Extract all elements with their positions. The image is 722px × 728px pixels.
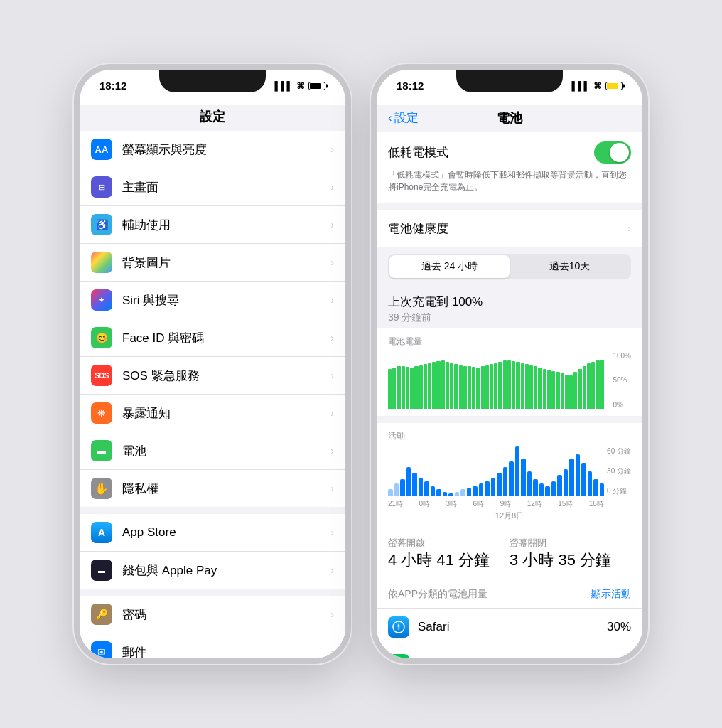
activity-bar-29 — [564, 469, 569, 496]
health-label: 電池健康度 — [388, 220, 448, 237]
battery-screen: 18:12 ▌▌▌ ⌘ ‹ 設定 — [377, 70, 642, 658]
password-chevron: › — [330, 609, 334, 620]
t-18: 18時 — [589, 499, 604, 509]
battery-fill-1 — [310, 83, 321, 89]
activity-bar-23 — [527, 471, 532, 496]
battery-bar-12 — [441, 360, 445, 408]
battery-bar-42 — [573, 372, 577, 409]
settings-row-privacy[interactable]: ✋ 隱私權 › — [80, 470, 345, 507]
battery-bar-4 — [406, 367, 409, 408]
mute-button-2[interactable] — [371, 162, 372, 188]
t-21: 21時 — [388, 499, 403, 509]
settings-row-wallet[interactable]: ▬ 錢包與 Apple Pay › — [80, 552, 345, 589]
seg-10d[interactable]: 過去10天 — [510, 255, 630, 278]
status-bar-1: 18:12 ▌▌▌ ⌘ — [80, 70, 345, 97]
settings-row-exposure[interactable]: ❋ 暴露通知 › — [80, 395, 345, 432]
battery-bar-14 — [450, 363, 453, 409]
date-label: 12月8日 — [388, 509, 631, 523]
battery-content: ‹ 設定 電池 低耗電模式 「低耗電模式」會暫時降低下載和郵件擷取等背景活動，直… — [377, 105, 642, 658]
screen-stats: 螢幕開啟 4 小時 41 分鐘 螢幕關閉 3 小時 35 分鐘 — [377, 530, 642, 581]
activity-bar-18 — [497, 473, 502, 496]
seg-24h[interactable]: 過去 24 小時 — [389, 255, 510, 278]
battery-bar-35 — [543, 369, 546, 409]
mute-button[interactable] — [74, 162, 75, 188]
charge-sub: 39 分鐘前 — [388, 311, 631, 324]
battery-bar-37 — [551, 371, 555, 409]
battery-bar-13 — [446, 362, 449, 409]
settings-row-battery[interactable]: ▬ 電池 › — [80, 432, 345, 470]
siri-icon: ✦ — [91, 289, 112, 311]
wallet-icon: ▬ — [91, 560, 112, 581]
line-name: LINE — [418, 658, 607, 658]
activity-bar-3 — [406, 467, 411, 496]
settings-row-password[interactable]: 🔑 密碼 › — [80, 596, 345, 633]
wallet-chevron: › — [330, 564, 334, 576]
battery-bar-21 — [481, 366, 485, 408]
charge-title: 上次充電到 100% — [388, 294, 631, 310]
ay-30: 30 分鐘 — [607, 466, 631, 476]
nav-title: 電池 — [497, 109, 522, 127]
settings-row-accessibility[interactable]: ♿ 輔助使用 › — [80, 206, 345, 244]
battery-bar-32 — [529, 365, 533, 409]
appstore-icon: A — [91, 522, 112, 543]
settings-row-appstore[interactable]: A App Store › — [80, 514, 345, 552]
volume-down-button-2[interactable] — [371, 243, 372, 279]
password-icon: 🔑 — [91, 604, 112, 625]
battery-bar-44 — [583, 366, 586, 409]
settings-row-wallpaper[interactable]: 背景圖片 › — [80, 244, 345, 282]
appstore-label: App Store — [122, 525, 330, 540]
charge-info: 上次充電到 100% 39 分鐘前 — [377, 287, 642, 328]
privacy-icon: ✋ — [91, 478, 112, 499]
battery-bar-11 — [436, 361, 440, 408]
volume-up-button[interactable] — [74, 198, 75, 233]
health-row[interactable]: 電池健康度 › — [377, 210, 642, 247]
sos-icon: SOS — [91, 365, 112, 386]
battery-bar-34 — [538, 368, 542, 409]
activity-bar-28 — [557, 475, 562, 496]
app-usage-label: 依APP分類的電池用量 — [388, 588, 487, 601]
exposure-icon: ❋ — [91, 402, 112, 424]
settings-row-sos[interactable]: SOS SOS 緊急服務 › — [80, 357, 345, 395]
battery-bar-2 — [397, 366, 400, 408]
appstore-chevron: › — [330, 527, 334, 538]
time-2: 18:12 — [397, 80, 424, 92]
battery-bar-40 — [565, 375, 569, 409]
app-row-line[interactable]: LINE LINE 14% — [377, 646, 642, 658]
activity-bar-21 — [515, 446, 520, 496]
settings-content: 設定 AA 螢幕顯示與亮度 › ⊞ 主畫面 › — [80, 105, 345, 658]
low-power-toggle[interactable] — [594, 141, 631, 164]
settings-row-faceid[interactable]: 😊 Face ID 與密碼 › — [80, 319, 345, 357]
low-power-desc: 「低耗電模式」會暫時降低下載和郵件擷取等背景活動，直到您將iPhone完全充電為… — [388, 169, 631, 193]
battery-bar-16 — [459, 365, 463, 409]
back-button[interactable]: ‹ 設定 — [388, 109, 419, 126]
stat-on: 螢幕開啟 4 小時 41 分鐘 — [388, 537, 510, 571]
battery-detail: ‹ 設定 電池 低耗電模式 「低耗電模式」會暫時降低下載和郵件擷取等背景活動，直… — [377, 105, 642, 658]
t-15: 15時 — [558, 499, 573, 509]
settings-row-display[interactable]: AA 螢幕顯示與亮度 › — [80, 131, 345, 168]
activity-bar-16 — [485, 481, 490, 496]
settings-row-mail[interactable]: ✉ 郵件 › — [80, 633, 345, 658]
activity-bar-14 — [473, 486, 478, 496]
battery-bar-20 — [476, 368, 480, 409]
battery-bar-0 — [388, 369, 392, 409]
show-activity-link[interactable]: 顯示活動 — [591, 588, 631, 601]
volume-down-button[interactable] — [74, 243, 75, 279]
battery-bar-24 — [494, 363, 497, 409]
battery-bar-26 — [503, 360, 507, 408]
settings-section-3: 🔑 密碼 › ✉ 郵件 › 👤 聯絡人 › — [80, 596, 345, 658]
mail-icon: ✉ — [91, 641, 112, 658]
settings-row-siri[interactable]: ✦ Siri 與搜尋 › — [80, 282, 345, 319]
y-50: 50% — [613, 376, 631, 384]
battery-chevron: › — [330, 445, 334, 456]
status-bar-2: 18:12 ▌▌▌ ⌘ — [377, 70, 642, 97]
privacy-label: 隱私權 — [122, 481, 330, 497]
y-0: 0% — [613, 401, 631, 409]
battery-bar-8 — [424, 364, 427, 408]
sos-label: SOS 緊急服務 — [122, 368, 330, 384]
privacy-chevron: › — [330, 483, 334, 494]
volume-up-button-2[interactable] — [371, 198, 372, 233]
activity-bar-6 — [424, 481, 429, 496]
app-row-safari[interactable]: Safari 30% — [377, 608, 642, 646]
settings-row-home[interactable]: ⊞ 主畫面 › — [80, 168, 345, 206]
svg-marker-1 — [397, 623, 400, 627]
